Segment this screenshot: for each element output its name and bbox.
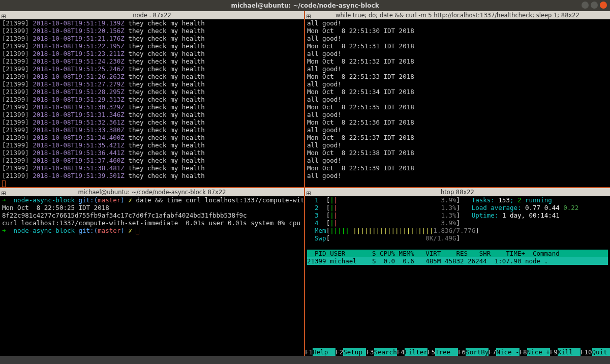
- log-line: [21399] 2018-10-08T19:51:36.441Z they ch…: [2, 149, 302, 157]
- log-line: [21399] 2018-10-08T19:51:32.361Z they ch…: [2, 118, 302, 126]
- pane-title-text: node . 87x22: [133, 12, 171, 19]
- grip-icon: ⊞: [306, 12, 311, 17]
- log-line: [21399] 2018-10-08T19:51:38.481Z they ch…: [2, 164, 302, 172]
- output-line: Mon Oct 8 22:51:36 IDT 2018: [307, 118, 608, 126]
- cpu-meter: 1 [|| 3.9%] Tasks: 153; 2 running: [307, 196, 608, 204]
- pane-curl-loop[interactable]: ⊞ while true; do; date && curl -m 5 http…: [304, 11, 610, 187]
- log-line: [21399] 2018-10-08T19:51:31.346Z they ch…: [2, 111, 302, 118]
- output-line: 8f22c981c4277c76615d755fb9af34c17c7d0f7c…: [2, 211, 302, 219]
- terminal-output[interactable]: ➜ node-async-block git:(master) ✗ date &…: [0, 196, 304, 356]
- log-line: [21399] 2018-10-08T19:51:26.263Z they ch…: [2, 73, 302, 80]
- output-line: Mon Oct 8 22:51:37 IDT 2018: [307, 134, 608, 141]
- output-line: all good!: [307, 157, 608, 164]
- grip-icon: ⊞: [1, 12, 6, 17]
- output-line: Mon Oct 8 22:50:25 IDT 2018: [2, 204, 302, 211]
- output-line: Mon Oct 8 22:51:32 IDT 2018: [307, 57, 608, 65]
- log-line: [21399] 2018-10-08T19:51:34.400Z they ch…: [2, 134, 302, 141]
- pane-shell[interactable]: ⊞ michael@ubuntu: ~/code/node-async-bloc…: [0, 187, 304, 356]
- pane-title: ⊞ htop 88x22: [305, 188, 610, 196]
- window-controls: [582, 2, 607, 9]
- grip-icon: ⊞: [306, 189, 311, 194]
- maximize-icon[interactable]: [591, 2, 598, 9]
- cursor-icon: [2, 180, 6, 187]
- pane-node-log[interactable]: ⊞ node . 87x22 [21399] 2018-10-08T19:51:…: [0, 11, 304, 187]
- log-line: [21399] 2018-10-08T19:51:39.501Z they ch…: [2, 172, 302, 179]
- grip-icon: ⊞: [1, 189, 6, 194]
- log-line: [21399] 2018-10-08T19:51:24.230Z they ch…: [2, 57, 302, 65]
- output-line: all good!: [307, 172, 608, 179]
- output-line: all good!: [307, 80, 608, 88]
- cpu-meter: 2 [|| 1.3%] Load average: 0.77 0.44 0.22: [307, 204, 608, 211]
- output-line: all good!: [307, 141, 608, 149]
- terminal-output[interactable]: [21399] 2018-10-08T19:51:19.139Z they ch…: [0, 19, 304, 187]
- pane-title: ⊞ michael@ubuntu: ~/code/node-async-bloc…: [0, 188, 304, 196]
- swap-meter: Swp[ 0K/1.49G]: [307, 234, 608, 242]
- output-line: all good!: [307, 19, 608, 27]
- pane-title: ⊞ node . 87x22: [0, 11, 304, 19]
- close-icon[interactable]: [600, 2, 607, 9]
- output-line: Mon Oct 8 22:51:38 IDT 2018: [307, 149, 608, 157]
- process-row[interactable]: 21399 michael S 0.0 0.6 485M 45832 26244…: [307, 257, 608, 265]
- output-line: all good!: [307, 126, 608, 134]
- log-line: [21399] 2018-10-08T19:51:33.380Z they ch…: [2, 126, 302, 134]
- pane-title-text: while true; do; date && curl -m 5 http:/…: [336, 12, 580, 19]
- pane-htop[interactable]: ⊞ htop 88x22 1 [|| 3.9%] Tasks: 153; 2 r…: [304, 187, 610, 356]
- cpu-meter: 4 [|| 3.9%]: [307, 219, 608, 227]
- output-line: all good!: [307, 111, 608, 118]
- log-line: [21399] 2018-10-08T19:51:19.139Z they ch…: [2, 19, 302, 27]
- output-line: Mon Oct 8 22:51:30 IDT 2018: [307, 27, 608, 35]
- pane-title-text: htop 88x22: [441, 189, 474, 196]
- log-line: [21399] 2018-10-08T19:51:23.211Z they ch…: [2, 50, 302, 57]
- window-titlebar: michael@ubuntu: ~/code/node-async-block: [0, 0, 610, 11]
- function-key-bar[interactable]: F1Help F2Setup F3SearchF4FilterF5Tree F6…: [305, 348, 610, 356]
- output-line: Mon Oct 8 22:51:34 IDT 2018: [307, 88, 608, 96]
- mem-meter: Mem[|||||||||||||||||||||||||||1.83G/7.7…: [307, 227, 608, 234]
- cpu-meter: 3 [|| 1.3%] Uptime: 1 day, 00:14:41: [307, 211, 608, 219]
- process-header[interactable]: PID USER S CPU% MEM% VIRT RES SHR TIME+ …: [307, 250, 608, 257]
- output-line: all good!: [307, 65, 608, 73]
- prompt-line[interactable]: ➜ node-async-block git:(master) ✗ date &…: [2, 196, 302, 204]
- pane-title-text: michael@ubuntu: ~/code/node-async-block …: [78, 189, 226, 196]
- log-line: [21399] 2018-10-08T19:51:20.156Z they ch…: [2, 27, 302, 35]
- log-line: [21399] 2018-10-08T19:51:28.295Z they ch…: [2, 88, 302, 96]
- output-line: all good!: [307, 35, 608, 42]
- log-line: [21399] 2018-10-08T19:51:30.329Z they ch…: [2, 103, 302, 111]
- output-line: all good!: [307, 50, 608, 57]
- output-line: curl localhost:1337/compute-with-set-imm…: [2, 219, 302, 227]
- output-line: Mon Oct 8 22:51:39 IDT 2018: [307, 164, 608, 172]
- output-line: Mon Oct 8 22:51:35 IDT 2018: [307, 103, 608, 111]
- log-line: [21399] 2018-10-08T19:51:35.421Z they ch…: [2, 141, 302, 149]
- output-line: Mon Oct 8 22:51:31 IDT 2018: [307, 42, 608, 50]
- window-title: michael@ubuntu: ~/code/node-async-block: [231, 2, 379, 10]
- cursor-icon: [136, 228, 139, 234]
- prompt-line[interactable]: ➜ node-async-block git:(master) ✗: [2, 227, 302, 234]
- log-line: [21399] 2018-10-08T19:51:21.176Z they ch…: [2, 35, 302, 42]
- terminal-output[interactable]: all good!Mon Oct 8 22:51:30 IDT 2018all …: [305, 19, 610, 187]
- log-line: [21399] 2018-10-08T19:51:27.279Z they ch…: [2, 80, 302, 88]
- pane-title: ⊞ while true; do; date && curl -m 5 http…: [305, 11, 610, 19]
- minimize-icon[interactable]: [582, 2, 589, 9]
- output-line: Mon Oct 8 22:51:33 IDT 2018: [307, 73, 608, 80]
- log-line: [21399] 2018-10-08T19:51:37.460Z they ch…: [2, 157, 302, 164]
- log-line: [21399] 2018-10-08T19:51:22.195Z they ch…: [2, 42, 302, 50]
- terminal-output[interactable]: 1 [|| 3.9%] Tasks: 153; 2 running 2 [|| …: [305, 196, 610, 356]
- output-line: all good!: [307, 96, 608, 103]
- log-line: [21399] 2018-10-08T19:51:25.246Z they ch…: [2, 65, 302, 73]
- log-line: [21399] 2018-10-08T19:51:29.313Z they ch…: [2, 96, 302, 103]
